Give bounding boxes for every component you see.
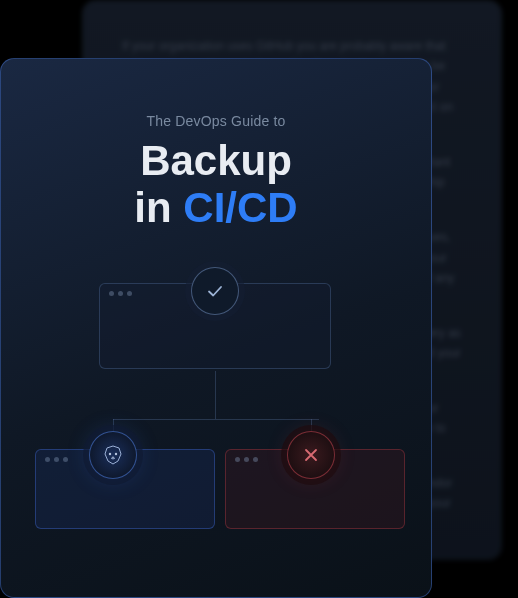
connector: [113, 419, 319, 420]
diagram: [1, 259, 431, 559]
check-icon: [191, 267, 239, 315]
title-line-2-pre: in: [134, 184, 183, 231]
lion-icon: [89, 431, 137, 479]
title-line-1: Backup: [140, 137, 292, 184]
cover-title: Backup in CI/CD: [1, 137, 431, 231]
svg-point-1: [115, 453, 117, 455]
cover-subtitle: The DevOps Guide to: [1, 113, 431, 129]
cross-icon: [287, 431, 335, 479]
cover-card: The DevOps Guide to Backup in CI/CD: [0, 58, 432, 598]
title-accent: CI/CD: [183, 184, 297, 231]
connector: [215, 371, 216, 419]
svg-point-0: [109, 453, 111, 455]
